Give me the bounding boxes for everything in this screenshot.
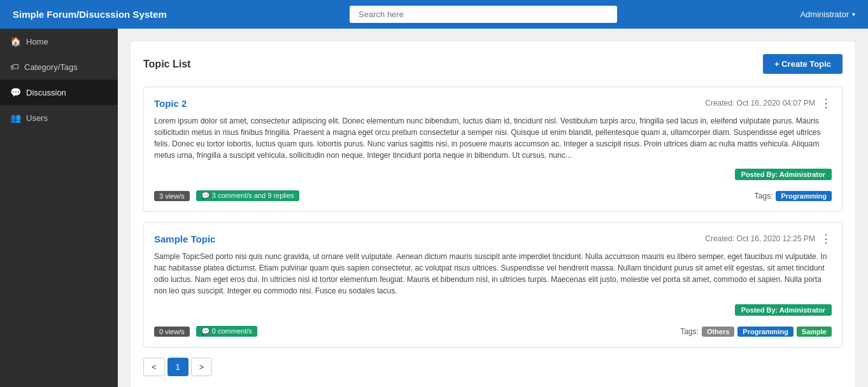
tag-sample[interactable]: Sample	[797, 327, 832, 337]
sidebar-item-category-tags[interactable]: 🏷 Category/Tags	[0, 54, 118, 80]
topic-title[interactable]: Sample Topic	[154, 234, 215, 244]
pagination-next[interactable]: >	[191, 358, 213, 376]
tag-others[interactable]: Others	[702, 327, 734, 337]
sidebar-label-category-tags: Category/Tags	[24, 62, 78, 72]
discussion-icon: 💬	[10, 87, 21, 97]
topic-footer: 0 view/s 💬 0 comment/s Tags: Others Prog…	[154, 326, 832, 337]
user-label: Administrator	[800, 10, 849, 19]
sidebar: 🏠 Home 🏷 Category/Tags 💬 Discussion 👥 Us…	[0, 29, 118, 387]
chevron-down-icon: ▾	[852, 11, 855, 18]
views-badge: 0 view/s	[154, 327, 190, 337]
tag-icon: 🏷	[10, 62, 19, 72]
tags-label: Tags:	[680, 327, 699, 336]
topic-created: Created: Oct 16, 2020 04:07 PM	[705, 99, 815, 108]
topic-footer: 3 view/s 💬 3 comment/s and 9 replies Tag…	[154, 190, 832, 201]
topic-header: Topic 2 Created: Oct 16, 2020 04:07 PM ⋮	[154, 97, 832, 109]
create-topic-button[interactable]: + Create Topic	[763, 54, 843, 74]
sidebar-item-discussion[interactable]: 💬 Discussion	[0, 80, 118, 105]
user-menu[interactable]: Administrator ▾	[800, 10, 855, 19]
topic-body: Lorem ipsum dolor sit amet, consectetur …	[154, 115, 832, 161]
comments-badge: 💬 3 comment/s and 9 replies	[196, 190, 299, 201]
sidebar-label-discussion: Discussion	[26, 88, 66, 97]
topic-title[interactable]: Topic 2	[154, 98, 187, 109]
topic-item: Sample Topic Created: Oct 16, 2020 12:25…	[143, 222, 843, 348]
app-title: Simple Forum/Disucssion System	[13, 9, 167, 20]
sidebar-item-home[interactable]: 🏠 Home	[0, 29, 118, 54]
topic-body: Sample TopicSed porto nisi quis nunc gra…	[154, 251, 832, 297]
main-content: Topic List + Create Topic Topic 2 Create…	[118, 29, 868, 387]
home-icon: 🏠	[10, 36, 21, 46]
tags-label: Tags:	[755, 192, 773, 201]
topic-item: Topic 2 Created: Oct 16, 2020 04:07 PM ⋮…	[143, 87, 843, 212]
tag-programming[interactable]: Programming	[776, 191, 832, 201]
topic-stats: 3 view/s 💬 3 comment/s and 9 replies	[154, 190, 299, 201]
section-title: Topic List	[143, 59, 190, 70]
tags-row: Tags: Others Programming Sample	[680, 327, 832, 337]
sidebar-label-users: Users	[26, 113, 48, 123]
tags-row: Tags: Programming	[755, 191, 832, 201]
topic-header: Sample Topic Created: Oct 16, 2020 12:25…	[154, 233, 832, 244]
topic-meta: Created: Oct 16, 2020 04:07 PM ⋮	[705, 97, 832, 109]
posted-by-badge: Posted By: Administrator	[735, 169, 832, 180]
tag-programming[interactable]: Programming	[737, 327, 793, 337]
sidebar-label-home: Home	[26, 37, 48, 46]
card-header: Topic List + Create Topic	[143, 54, 843, 74]
topic-options-icon[interactable]: ⋮	[820, 97, 832, 109]
sidebar-item-users[interactable]: 👥 Users	[0, 105, 118, 130]
posted-by-badge: Posted By: Administrator	[735, 304, 832, 316]
topic-created: Created: Oct 16, 2020 12:25 PM	[705, 234, 815, 243]
views-badge: 3 view/s	[154, 191, 190, 201]
topic-options-icon[interactable]: ⋮	[820, 233, 832, 244]
search-input[interactable]	[350, 6, 617, 23]
pagination-page1[interactable]: 1	[167, 358, 189, 376]
users-icon: 👥	[10, 113, 21, 123]
topic-stats: 0 view/s 💬 0 comment/s	[154, 326, 257, 337]
pagination-prev[interactable]: <	[143, 358, 165, 376]
comments-badge: 💬 0 comment/s	[196, 326, 257, 337]
topic-list-card: Topic List + Create Topic Topic 2 Create…	[131, 41, 855, 387]
topic-meta: Created: Oct 16, 2020 12:25 PM ⋮	[705, 233, 832, 244]
pagination: < 1 >	[143, 358, 843, 376]
